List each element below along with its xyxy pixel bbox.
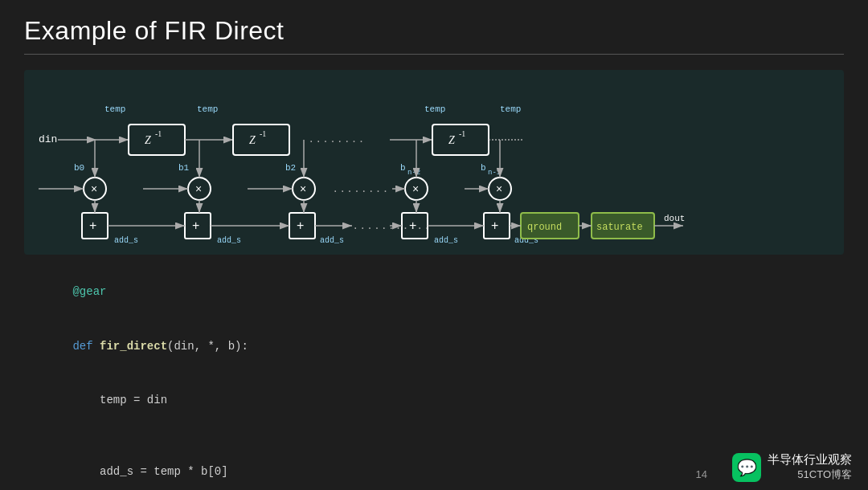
svg-rect-1 <box>24 70 844 255</box>
svg-text:-1: -1 <box>459 129 465 138</box>
kw-def: def <box>72 340 100 353</box>
svg-text:×: × <box>412 182 419 195</box>
watermark-text: 半导体行业观察 51CTO博客 <box>768 452 852 482</box>
svg-text:+: + <box>192 218 199 232</box>
svg-text:add_s: add_s <box>434 236 458 245</box>
page-number: 14 <box>696 468 707 480</box>
svg-text:b2: b2 <box>285 163 296 173</box>
svg-text:+: + <box>491 218 498 232</box>
wm-title: 半导体行业观察 <box>768 452 852 468</box>
svg-text:dout: dout <box>664 214 685 223</box>
decorator: @gear <box>72 285 106 298</box>
svg-text:+: + <box>409 218 416 232</box>
svg-text:+: + <box>297 218 304 232</box>
svg-text:add_s: add_s <box>114 236 138 245</box>
svg-text:b: b <box>400 163 406 173</box>
svg-text:-1: -1 <box>155 129 162 138</box>
func-name: fir_direct <box>100 340 167 353</box>
svg-text:din: din <box>39 133 57 145</box>
svg-text:Z: Z <box>145 134 151 146</box>
func-args: (din, *, b): <box>167 340 248 353</box>
code-line-2: def fir_direct(din, *, b): <box>32 319 844 373</box>
code-line-3: temp = din <box>32 373 844 427</box>
svg-text:b0: b0 <box>74 163 84 173</box>
svg-text:×: × <box>300 182 306 195</box>
svg-text:temp: temp <box>197 104 218 114</box>
svg-text:-1: -1 <box>260 129 266 138</box>
slide-title: Example of FIR Direct <box>24 16 844 46</box>
svg-text:temp: temp <box>500 104 521 114</box>
svg-text:n-2: n-2 <box>407 169 420 177</box>
svg-text:add_s: add_s <box>320 236 344 245</box>
svg-text:saturate: saturate <box>596 222 643 233</box>
slide: Example of FIR Direct din temp Z -1 <box>0 0 868 490</box>
code-temp-assign: temp = din <box>72 394 167 406</box>
code-block: @gear def fir_direct(din, *, b): temp = … <box>24 265 844 490</box>
code-line-5: add_s = temp * b[0] <box>32 445 844 490</box>
watermark: 💬 半导体行业观察 51CTO博客 <box>732 452 852 482</box>
svg-text:. . . . . . . . . . .: . . . . . . . . . . . <box>354 218 428 231</box>
svg-text:temp: temp <box>104 104 125 114</box>
svg-text:. . . . . . . .: . . . . . . . . <box>309 131 363 145</box>
svg-text:+: + <box>89 218 96 232</box>
svg-text:qround: qround <box>527 222 562 233</box>
svg-text:. . . . . . . .: . . . . . . . . <box>334 181 387 194</box>
svg-text:temp: temp <box>424 104 445 114</box>
code-line-4 <box>32 427 844 445</box>
code-line-1: @gear <box>32 265 844 319</box>
svg-text:Z: Z <box>249 134 256 146</box>
svg-text:×: × <box>496 182 502 195</box>
svg-text:add_s: add_s <box>217 236 241 245</box>
wechat-icon: 💬 <box>732 453 761 482</box>
svg-text:Z: Z <box>448 134 455 146</box>
diagram-area: din temp Z -1 temp Z -1 . . . . . . . . … <box>24 66 844 259</box>
svg-text:n-1: n-1 <box>488 169 501 177</box>
diagram-svg: din temp Z -1 temp Z -1 . . . . . . . . … <box>24 66 844 259</box>
divider <box>24 54 844 55</box>
svg-text:×: × <box>195 182 202 195</box>
wm-platform: 51CTO博客 <box>768 468 852 482</box>
svg-text:b: b <box>481 163 486 173</box>
svg-text:×: × <box>91 182 97 195</box>
svg-text:b1: b1 <box>178 163 190 173</box>
code-add-s: add_s = temp * b[0] <box>72 465 227 478</box>
